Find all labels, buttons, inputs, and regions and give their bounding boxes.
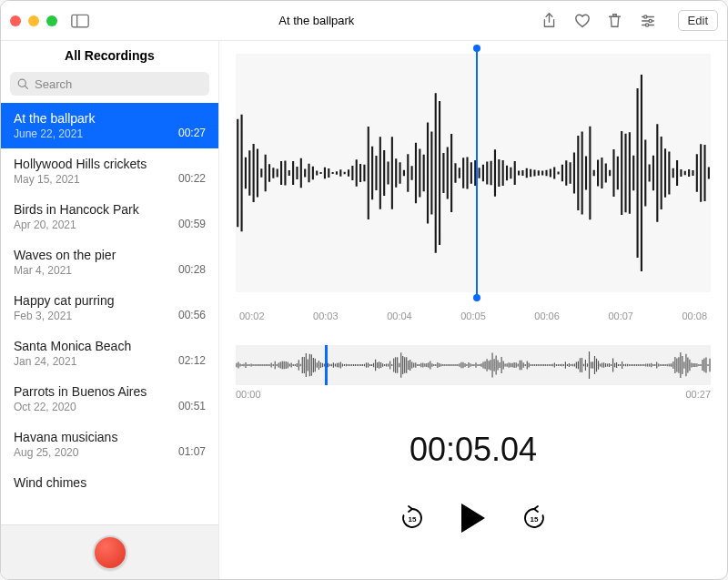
skip-fwd-seconds: 15	[531, 515, 539, 524]
waveform-overview[interactable]	[236, 345, 711, 385]
overview-end-label: 00:27	[685, 389, 711, 400]
recording-item[interactable]: Wind chimes	[1, 467, 218, 498]
waveform-overview-wrap: 00:00 00:27	[236, 345, 711, 400]
time-ruler: 00:0200:0300:0400:0500:0600:0700:08	[236, 305, 711, 321]
recording-duration: 00:56	[178, 309, 206, 321]
recording-duration: 00:51	[178, 400, 206, 412]
window-title: At the ballpark	[92, 14, 541, 27]
play-button[interactable]	[461, 504, 485, 533]
sidebar-header: All Recordings	[1, 41, 218, 72]
voice-memos-window: At the ballpark	[0, 0, 728, 580]
recording-duration: 01:07	[178, 445, 206, 458]
skip-back-seconds: 15	[409, 515, 417, 524]
ruler-tick: 00:07	[608, 310, 633, 321]
svg-point-7	[645, 23, 648, 25]
transport-controls: 15 15	[236, 504, 711, 533]
recording-item[interactable]: Hollywood Hills cricketsMay 15, 202100:2…	[1, 148, 218, 194]
recording-title: Santa Monica Beach	[14, 339, 206, 353]
recording-duration: 02:12	[178, 354, 206, 367]
search-placeholder: Search	[35, 77, 72, 91]
close-button[interactable]	[10, 15, 21, 26]
waveform-zoom[interactable]	[236, 54, 711, 292]
recording-date: Jan 24, 2021	[14, 355, 206, 368]
edit-button[interactable]: Edit	[678, 10, 718, 31]
recording-item[interactable]: Birds in Hancock ParkApr 20, 202100:59	[1, 194, 218, 239]
recording-title: Birds in Hancock Park	[14, 202, 206, 217]
recording-item[interactable]: At the ballparkJune 22, 202100:27	[1, 103, 218, 148]
sidebar: All Recordings Search At the ballparkJun…	[1, 41, 219, 579]
trash-icon[interactable]	[607, 13, 623, 29]
recording-title: Havana musicians	[14, 430, 206, 444]
recording-item[interactable]: Santa Monica BeachJan 24, 202102:12	[1, 331, 218, 376]
main-panel: 00:0200:0300:0400:0500:0600:0700:08 00:0…	[219, 41, 727, 579]
toolbar: Edit	[541, 10, 718, 31]
recording-title: Parrots in Buenos Aires	[14, 384, 206, 399]
recording-title: Waves on the pier	[14, 248, 206, 262]
svg-rect-0	[72, 15, 88, 26]
recording-title: At the ballpark	[14, 111, 206, 126]
recording-duration: 00:27	[178, 127, 206, 139]
recording-date: Apr 20, 2021	[14, 219, 206, 231]
recording-duration: 00:59	[178, 218, 206, 230]
ruler-tick: 00:06	[534, 310, 560, 321]
recording-item[interactable]: Havana musiciansAug 25, 202001:07	[1, 422, 218, 467]
waveform-overview-svg	[236, 345, 711, 385]
recording-title: Happy cat purring	[14, 293, 206, 308]
recording-date: Feb 3, 2021	[14, 310, 206, 322]
search-input[interactable]: Search	[10, 72, 209, 96]
recording-date: Oct 22, 2020	[14, 401, 206, 413]
recording-item[interactable]: Waves on the pierMar 4, 202100:28	[1, 239, 218, 285]
titlebar: At the ballpark	[1, 1, 727, 41]
share-icon[interactable]	[541, 13, 558, 29]
recording-title: Wind chimes	[14, 475, 206, 490]
record-button[interactable]	[93, 535, 127, 570]
overview-playhead[interactable]	[325, 345, 328, 385]
svg-line-9	[25, 86, 28, 88]
recording-item[interactable]: Parrots in Buenos AiresOct 22, 202000:51	[1, 376, 218, 422]
recording-title: Hollywood Hills crickets	[14, 157, 206, 171]
minimize-button[interactable]	[28, 15, 39, 26]
sidebar-footer	[1, 524, 218, 579]
favorite-icon[interactable]	[574, 13, 591, 29]
recording-date: May 15, 2021	[14, 173, 206, 186]
svg-point-3	[643, 15, 646, 17]
recordings-list[interactable]: At the ballparkJune 22, 202100:27Hollywo…	[1, 103, 218, 524]
ruler-tick: 00:04	[387, 310, 412, 321]
timecode: 00:05.04	[236, 431, 711, 469]
playhead[interactable]	[476, 50, 478, 296]
svg-point-5	[649, 19, 652, 22]
settings-sliders-icon[interactable]	[640, 13, 656, 29]
recording-date: Aug 25, 2020	[14, 446, 206, 459]
ruler-tick: 00:08	[682, 310, 707, 321]
recording-duration: 00:28	[178, 263, 206, 276]
search-icon	[17, 78, 29, 90]
sidebar-toggle-icon[interactable]	[68, 11, 92, 31]
recording-item[interactable]: Happy cat purringFeb 3, 202100:56	[1, 285, 218, 331]
zoom-button[interactable]	[46, 15, 57, 26]
ruler-tick: 00:02	[239, 310, 265, 321]
recording-date: Mar 4, 2021	[14, 264, 206, 277]
recording-date: June 22, 2021	[14, 127, 206, 140]
skip-forward-button[interactable]: 15	[521, 505, 547, 531]
waveform-zoom-svg	[236, 54, 711, 292]
skip-back-button[interactable]: 15	[399, 505, 425, 531]
window-controls	[10, 15, 57, 26]
ruler-tick: 00:03	[313, 310, 339, 321]
overview-start-label: 00:00	[236, 389, 261, 400]
ruler-tick: 00:05	[460, 310, 486, 321]
recording-duration: 00:22	[178, 172, 206, 185]
